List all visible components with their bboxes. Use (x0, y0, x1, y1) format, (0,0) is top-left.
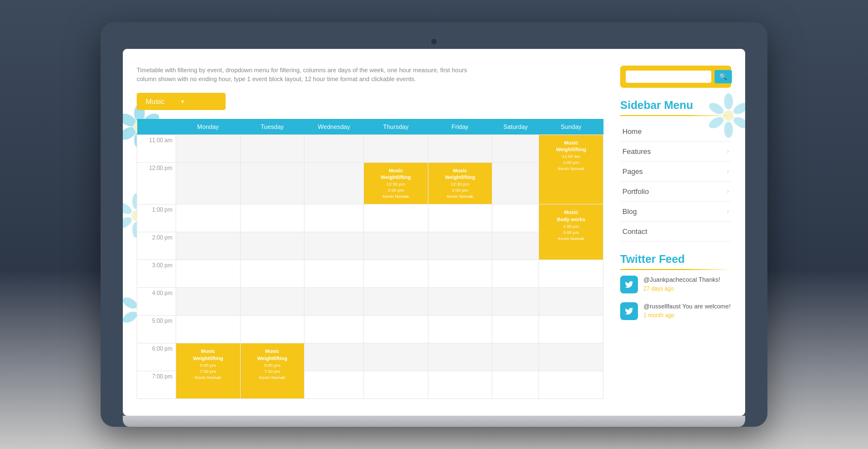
sidebar-item-label: Contact (622, 227, 647, 236)
timetable: Monday Tuesday Wednesday Thursday Friday… (137, 119, 603, 400)
event-person: Kevin Nomak (543, 236, 598, 242)
search-button[interactable]: 🔍 (715, 70, 732, 83)
sidebar-item-features[interactable]: Features › (620, 142, 731, 162)
chevron-right-icon: › (727, 167, 729, 175)
cell-thu-7 (363, 371, 428, 399)
sidebar-item-label: Blog (622, 207, 637, 216)
time-label: 11:00 am (137, 134, 176, 162)
cell-mon-12 (176, 162, 241, 204)
event-title: Music (543, 209, 598, 216)
cell-wed-4 (305, 288, 364, 316)
event-time: 12:30 pm (433, 181, 488, 187)
event-subtitle: Weightlifting (543, 146, 598, 153)
tweet-1: @Juankpachecocal Thanks! 27 days ago (620, 276, 731, 293)
event-title: Music (433, 167, 488, 174)
sidebar-nav: Home › Features › Pages › Portfolio › (620, 122, 731, 242)
cell-tue-4 (240, 288, 305, 316)
cell-sun-1[interactable]: Music Body works 1:00 pm 3:00 pm Kevin N… (539, 204, 603, 260)
col-header-friday: Friday (428, 119, 492, 135)
chevron-right-icon: › (727, 127, 729, 135)
twitter-section: Twitter Feed @Juankpachecocal Thanks! 27… (620, 253, 731, 320)
cell-fri-4 (428, 288, 492, 316)
search-bar: 🔍 (620, 66, 731, 88)
col-header-wednesday: Wednesday (305, 119, 364, 135)
cell-fri-6 (428, 343, 492, 371)
time-label: 12:00 pm (137, 162, 176, 204)
cell-wed-6 (305, 343, 364, 371)
event-subtitle: Weightlifting (433, 174, 488, 181)
sidebar-item-label: Pages (622, 167, 643, 176)
table-row: 5:00 pm (137, 316, 603, 343)
cell-fri-12[interactable]: Music Weightlifting 12:30 pm 2:00 pm Kev… (428, 162, 492, 204)
event-time: 12:30 pm (368, 181, 423, 187)
event-subtitle: Weightlifting (181, 355, 236, 362)
dropdown-arrow-icon: ▾ (181, 98, 184, 104)
event-subtitle: Weightlifting (245, 355, 300, 362)
sidebar-item-label: Features (622, 147, 651, 156)
col-header-monday: Monday (176, 119, 241, 135)
cell-sat-2 (492, 232, 539, 260)
cell-wed-2 (305, 232, 364, 260)
col-header-sunday: Sunday (539, 119, 603, 135)
cell-thu-2 (363, 232, 428, 260)
sidebar-item-home[interactable]: Home › (620, 122, 731, 142)
event-time-end: 7:30 pm (245, 368, 300, 375)
cell-fri-5 (428, 316, 492, 343)
filter-label: Music (146, 97, 164, 106)
time-label: 3:00 pm (137, 260, 176, 288)
cell-wed-3 (305, 260, 364, 288)
time-label: 6:00 pm (137, 343, 176, 371)
event-person: Kevin Nomak (543, 166, 598, 172)
time-label: 4:00 pm (137, 288, 176, 316)
sidebar-item-contact[interactable]: Contact (620, 222, 731, 242)
tweet-1-content: @Juankpachecocal Thanks! 27 days ago (643, 276, 720, 293)
search-input[interactable] (626, 71, 711, 83)
cell-sat-4 (492, 288, 539, 316)
cell-sat-5 (492, 316, 539, 343)
time-label: 7:00 pm (137, 371, 176, 399)
cell-mon-6[interactable]: Music Weightlifting 6:00 pm 7:30 pm Kevi… (176, 343, 241, 399)
cell-tue-11 (240, 134, 305, 162)
time-label: 2:00 pm (137, 232, 176, 260)
cell-thu-11 (363, 134, 428, 162)
cell-sat-7 (492, 371, 539, 399)
cell-mon-2 (176, 232, 241, 260)
twitter-divider (620, 269, 731, 270)
table-row: 4:00 pm (137, 288, 603, 316)
chevron-right-icon: › (727, 147, 729, 155)
cell-tue-3 (240, 260, 305, 288)
cell-tue-1 (240, 204, 305, 232)
event-title: Music (368, 167, 423, 174)
cell-sun-11[interactable]: Music Weightlifting 11:00 am 1:00 pm Kev… (539, 134, 603, 204)
main-content: Timetable with filtering by event, dropd… (137, 66, 603, 400)
event-title: Music (181, 348, 236, 355)
cell-mon-3 (176, 260, 241, 288)
sidebar: 🔍 Sidebar Menu Home › Features › Pages (620, 66, 731, 400)
filter-dropdown[interactable]: Music ▾ (137, 93, 226, 110)
sidebar-item-pages[interactable]: Pages › (620, 162, 731, 182)
table-row: 1:00 pm Music Body works (137, 204, 603, 232)
cell-thu-12[interactable]: Music Weightlifting 12:30 pm 2:00 pm Kev… (363, 162, 428, 204)
event-subtitle: Body works (543, 216, 598, 223)
time-label: 1:00 pm (137, 204, 176, 232)
cell-fri-7 (428, 371, 492, 399)
cell-sat-6 (492, 343, 539, 371)
time-label: 5:00 pm (137, 316, 176, 343)
cell-thu-5 (363, 316, 428, 343)
sidebar-item-blog[interactable]: Blog › (620, 202, 731, 222)
cell-sun-7 (539, 371, 603, 399)
cell-fri-3 (428, 260, 492, 288)
event-subtitle: Weightlifting (368, 174, 423, 181)
twitter-icon-2 (620, 302, 638, 320)
event-title: Music (543, 139, 598, 147)
cell-tue-2 (240, 232, 305, 260)
cell-mon-1 (176, 204, 241, 232)
event-time-end: 2:00 pm (368, 187, 423, 193)
event-time: 11:00 am (543, 153, 598, 159)
col-header-saturday: Saturday (492, 119, 539, 135)
cell-tue-6[interactable]: Music Weightlifting 6:00 pm 7:30 pm Kevi… (240, 343, 305, 399)
tweet-2-time: 1 month ago (643, 312, 731, 320)
cell-sat-12 (492, 162, 539, 204)
cell-mon-4 (176, 288, 241, 316)
sidebar-item-portfolio[interactable]: Portfolio › (620, 182, 731, 202)
